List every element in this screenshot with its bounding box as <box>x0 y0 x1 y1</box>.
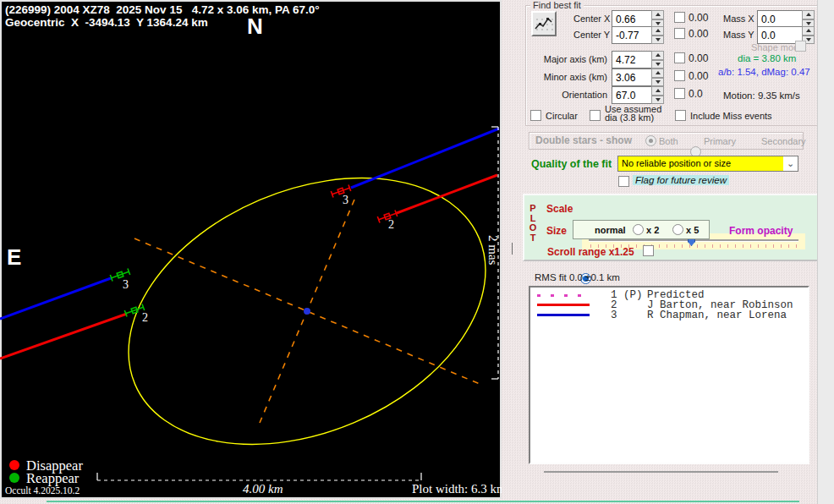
center-y-up[interactable] <box>651 26 664 36</box>
major-axis-up[interactable] <box>651 51 664 60</box>
center-x-label: Center X <box>573 14 607 24</box>
diameter-text: dia = 3.80 km <box>738 53 796 63</box>
use-assumed-line2: dia (3.8 km) <box>605 112 654 123</box>
plot-letter-t: T <box>528 233 538 244</box>
size-label: Size <box>546 225 567 237</box>
minor-axis-sigma: 0.00 <box>689 70 708 82</box>
mass-y-up[interactable] <box>802 26 815 36</box>
center-x-sigma: 0.00 <box>689 12 708 24</box>
size-x5-radio[interactable] <box>672 224 683 235</box>
plot-canvas[interactable]: (226999) 2004 XZ78 2025 Nov 15 4.72 x 3.… <box>0 0 502 499</box>
center-y-sigma-checkbox[interactable] <box>674 28 685 39</box>
disappear-dot-icon <box>9 460 19 470</box>
center-x-spinner[interactable]: 0.66 <box>612 10 664 28</box>
center-x-value[interactable]: 0.66 <box>612 10 651 28</box>
minor-axis-sigma-checkbox[interactable] <box>674 70 685 81</box>
km-scale-label: 4.00 km <box>243 482 283 496</box>
orientation-sigma-checkbox[interactable] <box>674 88 685 99</box>
plot-title-line1: (226999) 2004 XZ78 2025 Nov 15 4.72 x 3.… <box>5 3 320 16</box>
reappear-dot-icon <box>9 473 19 483</box>
minor-axis-up[interactable] <box>651 68 664 78</box>
panel-divider-tick <box>512 243 513 255</box>
size-x2-radio[interactable] <box>633 224 644 235</box>
mass-y-label: Mass Y <box>723 30 754 40</box>
mass-x-value[interactable]: 0.0 <box>757 10 802 28</box>
flag-review-checkbox[interactable] <box>618 176 629 187</box>
orientation-up[interactable] <box>651 86 664 96</box>
orientation-label: Orientation <box>541 90 607 100</box>
chord2-line-sample <box>537 304 590 306</box>
double-stars-caption: Double stars - show <box>535 134 632 146</box>
plot-letter-p: P <box>528 204 538 214</box>
major-axis-spinner[interactable]: 4.72 <box>612 51 664 68</box>
ab-dmag-text: a/b: 1.54, dMag: 0.47 <box>718 67 810 77</box>
chord3-reappear-label: 3 <box>123 278 129 291</box>
chord2-reappear-label: 2 <box>142 311 148 324</box>
east-label: E <box>7 244 21 270</box>
minor-axis-spinner[interactable]: 3.06 <box>612 68 664 86</box>
reappear-label: Reappear <box>26 470 80 486</box>
circular-label: Circular <box>546 111 578 121</box>
double-stars-both-label: Both <box>659 136 678 146</box>
use-assumed-checkbox[interactable] <box>590 110 601 121</box>
circular-checkbox[interactable] <box>530 110 541 121</box>
legend-num-3: 3 <box>611 310 617 321</box>
major-axis-sigma-checkbox[interactable] <box>674 52 685 63</box>
flag-review-label: Flag for future review <box>633 175 729 185</box>
plot-letter-o: O <box>528 223 538 233</box>
chord2-disappear-label: 2 <box>388 218 394 231</box>
orientation-down[interactable] <box>651 96 664 105</box>
size-x2-label: x 2 <box>646 225 659 235</box>
minor-axis-down[interactable] <box>651 78 664 87</box>
double-stars-both-radio <box>645 135 656 146</box>
mass-x-spinner[interactable]: 0.0 <box>757 10 815 28</box>
mass-x-up[interactable] <box>802 10 815 19</box>
center-y-value[interactable]: -0.77 <box>612 26 651 44</box>
center-x-sigma-checkbox[interactable] <box>674 12 685 23</box>
scale-label: Scale <box>546 203 573 215</box>
center-y-sigma: 0.00 <box>689 28 708 40</box>
orientation-sigma: 0.0 <box>689 88 703 100</box>
legend-name-3: R Chapman, near Lorena <box>647 310 787 321</box>
quality-label: Quality of the fit <box>531 158 612 170</box>
version-label: Occult 4.2025.10.2 <box>5 485 80 496</box>
center-y-down[interactable] <box>651 36 664 45</box>
north-label: N <box>247 14 263 39</box>
mass-x-label: Mass X <box>723 14 754 24</box>
scroll-range-checkbox[interactable] <box>643 245 654 256</box>
find-best-fit-caption: Find best fit <box>530 0 584 10</box>
fit-chart-icon <box>535 15 553 32</box>
form-opacity-label: Form opacity <box>729 225 793 237</box>
orientation-value[interactable]: 67.0 <box>612 86 651 104</box>
scroll-range-label: Scroll range x1.25 <box>547 246 634 258</box>
major-axis-value[interactable]: 4.72 <box>612 51 651 68</box>
major-axis-sigma: 0.00 <box>689 52 708 64</box>
motion-text: Motion: 9.35 km/s <box>723 90 800 101</box>
find-best-fit-button[interactable] <box>531 11 557 36</box>
center-y-label: Center Y <box>573 30 607 40</box>
center-y-spinner[interactable]: -0.77 <box>612 26 664 44</box>
quality-value[interactable]: No reliable position or size <box>618 156 783 171</box>
rms-fit-text: RMS fit 0.0 ±0.1 km <box>535 272 620 282</box>
plot-frame <box>1 1 501 498</box>
major-axis-down[interactable] <box>651 60 664 69</box>
mas-scale-label: 2 mas <box>486 235 500 266</box>
center-x-up[interactable] <box>651 10 664 19</box>
major-axis-label: Major axis (km) <box>541 54 607 64</box>
chord3-disappear-label: 3 <box>343 194 348 206</box>
predicted-line-sample <box>537 294 590 297</box>
observer-legend-list[interactable]: 1 (P) Predicted 2 J Barton, near Robinso… <box>529 286 809 464</box>
include-miss-checkbox[interactable] <box>675 110 686 121</box>
chevron-down-icon[interactable]: ⌄ <box>783 156 798 171</box>
bottom-divider-line <box>544 471 778 473</box>
double-stars-secondary-label: Secondary <box>761 136 806 146</box>
include-miss-label: Include Miss events <box>690 111 772 121</box>
quality-dropdown[interactable]: No reliable position or size ⌄ <box>617 156 798 172</box>
orientation-spinner[interactable]: 67.0 <box>612 86 664 104</box>
minor-axis-value[interactable]: 3.06 <box>612 68 651 86</box>
size-x5-label: x 5 <box>686 225 699 235</box>
plot-title-line2: Geocentric X -3494.13 Y 1364.24 km <box>5 16 208 29</box>
chord3-line-sample <box>537 314 590 316</box>
minor-axis-label: Minor axis (km) <box>541 72 607 82</box>
shape-model-checkbox <box>795 41 806 52</box>
